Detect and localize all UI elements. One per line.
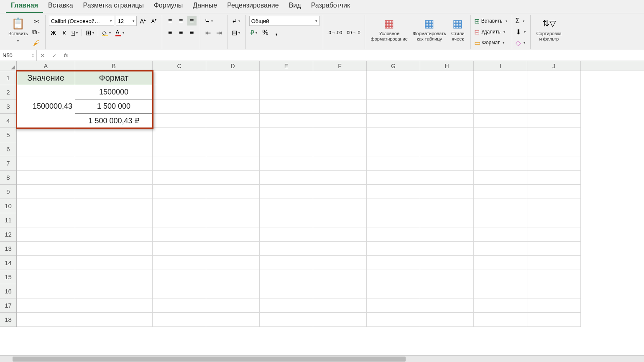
cell-D15[interactable] (206, 270, 260, 284)
row-header-11[interactable]: 11 (0, 213, 16, 227)
cell-B17[interactable] (75, 298, 153, 313)
select-all-corner[interactable] (0, 61, 17, 71)
cell-B14[interactable] (75, 256, 153, 270)
cell-G17[interactable] (367, 298, 420, 313)
cell-I7[interactable] (474, 156, 527, 171)
cell-A2[interactable] (17, 85, 75, 99)
cell-G5[interactable] (367, 128, 420, 142)
cell-D6[interactable] (206, 142, 260, 156)
col-header-G[interactable]: G (367, 61, 420, 71)
cell-D17[interactable] (206, 298, 260, 313)
cell-J11[interactable] (527, 213, 581, 227)
decrease-decimal-button[interactable]: .00→.0 (345, 28, 361, 37)
cell-J3[interactable] (527, 99, 581, 114)
cell-E14[interactable] (260, 256, 313, 270)
cell-A18[interactable] (17, 313, 75, 327)
cell-C17[interactable] (153, 298, 206, 313)
tab-page-layout[interactable]: Разметка страницы (78, 0, 149, 13)
cell-J15[interactable] (527, 270, 581, 284)
tab-home[interactable]: Главная (6, 0, 43, 13)
cell-C6[interactable] (153, 142, 206, 156)
cell-A10[interactable] (17, 199, 75, 213)
cell-A14[interactable] (17, 256, 75, 270)
cell-C1[interactable] (153, 71, 206, 85)
increase-font-button[interactable]: A▴ (138, 16, 148, 25)
cell-F8[interactable] (313, 171, 367, 185)
delete-cells-button[interactable]: ⊟ Удалить ▾ (474, 27, 509, 37)
cell-B11[interactable] (75, 213, 153, 227)
cell-J9[interactable] (527, 185, 581, 199)
cell-B6[interactable] (75, 142, 153, 156)
row-header-12[interactable]: 12 (0, 227, 16, 242)
cell-E12[interactable] (260, 227, 313, 242)
cell-C14[interactable] (153, 256, 206, 270)
align-right-button[interactable]: ≡ (187, 28, 197, 37)
cell-C10[interactable] (153, 199, 206, 213)
cell-G3[interactable] (367, 99, 420, 114)
cell-D3[interactable] (206, 99, 260, 114)
col-header-C[interactable]: C (153, 61, 206, 71)
cell-A17[interactable] (17, 298, 75, 313)
format-cells-button[interactable]: ▭ Формат ▾ (474, 38, 509, 48)
cell-G15[interactable] (367, 270, 420, 284)
cell-F6[interactable] (313, 142, 367, 156)
col-header-F[interactable]: F (313, 61, 367, 71)
clear-button[interactable]: ◇▾ (516, 38, 527, 48)
cell-F11[interactable] (313, 213, 367, 227)
cell-J5[interactable] (527, 128, 581, 142)
cell-J12[interactable] (527, 227, 581, 242)
cell-C2[interactable] (153, 85, 206, 99)
row-header-7[interactable]: 7 (0, 156, 16, 171)
cell-I5[interactable] (474, 128, 527, 142)
cell-H13[interactable] (420, 242, 474, 256)
font-size-combo[interactable]: 12▾ (116, 16, 137, 26)
tab-view[interactable]: Вид (284, 0, 306, 13)
cell-F4[interactable] (313, 114, 367, 128)
row-header-10[interactable]: 10 (0, 199, 16, 213)
row-header-5[interactable]: 5 (0, 128, 16, 142)
cell-I16[interactable] (474, 284, 527, 298)
row-header-13[interactable]: 13 (0, 242, 16, 256)
cell-E17[interactable] (260, 298, 313, 313)
cell-I4[interactable] (474, 114, 527, 128)
insert-function-button[interactable]: fx (60, 52, 72, 59)
cell-C4[interactable] (153, 114, 206, 128)
cell-D2[interactable] (206, 85, 260, 99)
col-header-D[interactable]: D (206, 61, 260, 71)
cell-J10[interactable] (527, 199, 581, 213)
cell-G7[interactable] (367, 156, 420, 171)
cell-C9[interactable] (153, 185, 206, 199)
cell-F14[interactable] (313, 256, 367, 270)
cell-B12[interactable] (75, 227, 153, 242)
cell-D13[interactable] (206, 242, 260, 256)
cell-H1[interactable] (420, 71, 474, 85)
col-header-J[interactable]: J (527, 61, 581, 71)
col-header-I[interactable]: I (474, 61, 527, 71)
insert-cells-button[interactable]: ⊞ Вставить ▾ (474, 16, 509, 26)
cell-G8[interactable] (367, 171, 420, 185)
col-header-B[interactable]: B (75, 61, 153, 71)
row-header-9[interactable]: 9 (0, 185, 16, 199)
cell-C7[interactable] (153, 156, 206, 171)
cell-I2[interactable] (474, 85, 527, 99)
increase-indent-button[interactable]: ⇥ (215, 28, 224, 37)
orientation-button[interactable]: ⤷▾ (204, 16, 215, 25)
row-header-4[interactable]: 4 (0, 114, 16, 128)
cell-D9[interactable] (206, 185, 260, 199)
row-header-15[interactable]: 15 (0, 270, 16, 284)
cell-A12[interactable] (17, 227, 75, 242)
align-bottom-button[interactable]: ≡ (187, 16, 197, 25)
cell-D8[interactable] (206, 171, 260, 185)
cell-D7[interactable] (206, 156, 260, 171)
cell-H7[interactable] (420, 156, 474, 171)
cell-C15[interactable] (153, 270, 206, 284)
name-box[interactable]: N50 ▴▾ (0, 50, 37, 61)
cell-F13[interactable] (313, 242, 367, 256)
cell-G4[interactable] (367, 114, 420, 128)
cell-A16[interactable] (17, 284, 75, 298)
cell-J14[interactable] (527, 256, 581, 270)
cell-I12[interactable] (474, 227, 527, 242)
cell-H8[interactable] (420, 171, 474, 185)
cell-H15[interactable] (420, 270, 474, 284)
cancel-formula-button[interactable]: ✕ (37, 52, 49, 59)
